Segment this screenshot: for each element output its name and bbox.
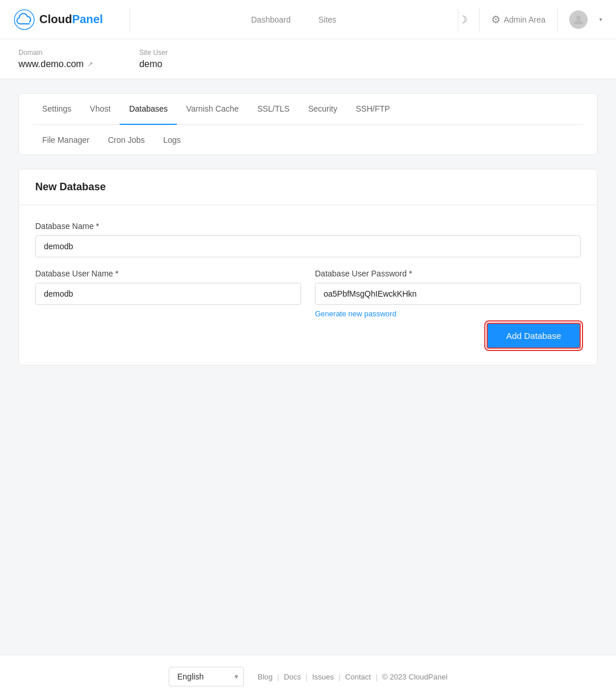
domain-external-link-icon[interactable]: ↗ bbox=[87, 60, 93, 68]
footer-links: Blog | Docs | Issues | Contact | © 2023 … bbox=[258, 673, 448, 681]
form-actions: Add Database bbox=[35, 323, 581, 349]
tab-ssh-ftp[interactable]: SSH/FTP bbox=[347, 94, 399, 125]
db-name-group: Database Name * bbox=[35, 221, 581, 257]
footer-docs-link[interactable]: Docs bbox=[284, 673, 301, 681]
new-database-card: New Database Database Name * Database Us… bbox=[18, 169, 598, 365]
domain-value: www.demo.com ↗ bbox=[18, 59, 93, 69]
tab-security[interactable]: Security bbox=[299, 94, 347, 125]
tab-databases[interactable]: Databases bbox=[120, 94, 177, 125]
tab-varnish-cache[interactable]: Varnish Cache bbox=[177, 94, 248, 125]
language-selector-wrap: English German French Spanish ▾ bbox=[169, 667, 244, 686]
generate-password-link[interactable]: Generate new password bbox=[315, 309, 396, 318]
footer-sep-4: | bbox=[376, 673, 377, 681]
tab-vhost[interactable]: Vhost bbox=[81, 94, 120, 125]
db-credentials-row: Database User Name * Database User Passw… bbox=[35, 269, 581, 318]
db-password-input[interactable] bbox=[315, 283, 581, 305]
tabs-row-2: File Manager Cron Jobs Logs bbox=[33, 125, 583, 154]
footer-issues-link[interactable]: Issues bbox=[312, 673, 334, 681]
add-database-button[interactable]: Add Database bbox=[487, 323, 581, 349]
tabs-card: Settings Vhost Databases Varnish Cache S… bbox=[18, 93, 598, 155]
main-nav: Dashboard Sites bbox=[130, 15, 458, 24]
site-user-label: Site User bbox=[139, 49, 168, 57]
site-user-value: demo bbox=[139, 59, 168, 69]
user-avatar[interactable] bbox=[569, 10, 588, 29]
footer-sep-3: | bbox=[339, 673, 340, 681]
logo[interactable]: CloudPanel bbox=[14, 9, 129, 30]
avatar-dropdown-arrow[interactable]: ▾ bbox=[599, 16, 602, 23]
header-divider-3 bbox=[479, 8, 480, 31]
tab-ssl-tls[interactable]: SSL/TLS bbox=[248, 94, 299, 125]
db-username-col: Database User Name * bbox=[35, 269, 301, 305]
footer-sep-2: | bbox=[306, 673, 307, 681]
form-card-header: New Database bbox=[19, 169, 597, 205]
logo-text-blue: Panel bbox=[72, 13, 103, 25]
header-divider-4 bbox=[557, 8, 558, 31]
form-body: Database Name * Database User Name * Dat… bbox=[19, 205, 597, 365]
tab-logs[interactable]: Logs bbox=[154, 125, 190, 155]
db-password-col: Database User Password * Generate new pa… bbox=[315, 269, 581, 318]
admin-area-label: Admin Area bbox=[504, 15, 546, 24]
footer-copyright: © 2023 CloudPanel bbox=[382, 673, 447, 681]
footer-sep-1: | bbox=[277, 673, 279, 681]
db-password-label: Database User Password * bbox=[315, 269, 581, 278]
admin-area-button[interactable]: ⚙ Admin Area bbox=[491, 13, 546, 26]
tab-cron-jobs[interactable]: Cron Jobs bbox=[99, 125, 154, 155]
header-right: ☽ ⚙ Admin Area ▾ bbox=[458, 8, 602, 31]
cloud-icon bbox=[14, 9, 35, 30]
page-footer: English German French Spanish ▾ Blog | D… bbox=[0, 655, 616, 698]
logo-text-black: Cloud bbox=[39, 13, 72, 25]
footer-blog-link[interactable]: Blog bbox=[258, 673, 273, 681]
tab-file-manager[interactable]: File Manager bbox=[33, 125, 99, 155]
admin-icon: ⚙ bbox=[491, 13, 500, 26]
nav-dashboard[interactable]: Dashboard bbox=[249, 15, 294, 24]
dark-mode-icon[interactable]: ☽ bbox=[458, 13, 467, 26]
form-title: New Database bbox=[35, 181, 581, 193]
svg-point-1 bbox=[576, 16, 581, 20]
main-content: Settings Vhost Databases Varnish Cache S… bbox=[0, 79, 616, 655]
nav-sites[interactable]: Sites bbox=[316, 15, 339, 24]
tab-settings[interactable]: Settings bbox=[33, 94, 81, 125]
db-name-input[interactable] bbox=[35, 235, 581, 257]
db-name-label: Database Name * bbox=[35, 221, 581, 231]
footer-contact-link[interactable]: Contact bbox=[345, 673, 371, 681]
user-icon bbox=[573, 14, 584, 25]
db-user-input[interactable] bbox=[35, 283, 301, 305]
language-select[interactable]: English German French Spanish bbox=[169, 667, 244, 686]
site-info-bar: Domain www.demo.com ↗ Site User demo bbox=[0, 39, 616, 79]
domain-label: Domain bbox=[18, 49, 93, 57]
app-header: CloudPanel Dashboard Sites ☽ ⚙ Admin Are… bbox=[0, 0, 616, 39]
db-user-label: Database User Name * bbox=[35, 269, 301, 278]
tabs-row-1: Settings Vhost Databases Varnish Cache S… bbox=[33, 94, 583, 125]
